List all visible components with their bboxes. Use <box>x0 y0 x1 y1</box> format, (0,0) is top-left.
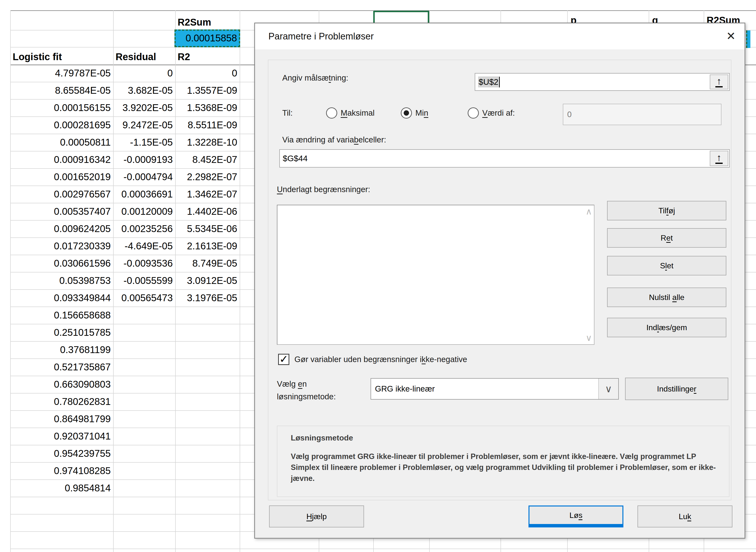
radio-vaerdi-af-label: Værdi af: <box>482 107 515 119</box>
sheet-cell[interactable]: 3.0912E-05 <box>175 272 240 289</box>
value-of-input[interactable]: 0 <box>563 104 722 125</box>
sheet-cell[interactable]: 0.002976567 <box>10 185 113 203</box>
sheet-cell[interactable]: 8.749E-05 <box>175 255 240 272</box>
add-button[interactable]: Tilføj <box>607 201 726 220</box>
sheet-cell[interactable]: 4.79787E-05 <box>10 64 113 82</box>
variable-cells-label: Via ændring af variabelceller: <box>282 133 386 146</box>
sheet-cell[interactable]: 0.000281695 <box>10 116 113 134</box>
sheet-cell[interactable]: -1.15E-05 <box>113 134 175 151</box>
sheet-cell[interactable]: 0 <box>113 64 175 82</box>
sheet-cell[interactable]: -0.0093536 <box>113 255 175 272</box>
selected-cell[interactable]: 0.00015858 <box>174 29 240 47</box>
help-button[interactable]: Hjælp <box>269 506 364 527</box>
sheet-cell[interactable]: 3.9202E-05 <box>113 99 175 116</box>
options-button[interactable]: Indstillinger <box>625 378 728 400</box>
sheet-cell[interactable]: 0.005357407 <box>10 203 113 220</box>
sheet-cell[interactable]: 0.974108285 <box>10 462 113 479</box>
sheet-cell-r2-header[interactable]: R2 <box>175 47 240 64</box>
load-save-button[interactable]: Indlæs/gem <box>607 318 726 337</box>
radio-vaerdi-af[interactable] <box>468 107 479 119</box>
sheet-cell[interactable]: 8.452E-07 <box>175 151 240 168</box>
sheet-cell[interactable]: 0.001652019 <box>10 168 113 185</box>
sheet-cell[interactable]: 0.00036691 <box>113 185 175 203</box>
dialog-title: Parametre i Problemløser <box>268 23 374 49</box>
sheet-cell[interactable]: 3.682E-05 <box>113 82 175 99</box>
sheet-cell[interactable]: 0.156658688 <box>10 306 113 324</box>
method-dropdown[interactable]: GRG ikke-lineær ∨ <box>371 378 619 400</box>
constraints-listbox[interactable]: ∧ ∨ <box>277 205 594 345</box>
sheet-cell[interactable]: 0.9854814 <box>10 479 113 497</box>
sheet-cell[interactable]: 0.017230339 <box>10 237 113 255</box>
close-icon[interactable]: ✕ <box>724 29 738 43</box>
method-dropdown-value: GRG ikke-lineær <box>375 379 435 399</box>
sheet-cell[interactable]: -0.0055599 <box>113 272 175 289</box>
objective-label: Angiv målsætning: <box>282 72 348 84</box>
sheet-cell[interactable]: 0.009624205 <box>10 220 113 237</box>
sheet-cell[interactable]: 0.37681199 <box>10 341 113 359</box>
sheet-cell[interactable]: 0.000156155 <box>10 99 113 116</box>
objective-input[interactable]: $U$2 ↑ <box>475 73 730 91</box>
solve-button[interactable]: Løs <box>529 506 623 527</box>
sheet-cell[interactable]: 0.00565473 <box>113 289 175 306</box>
range-selector-button[interactable]: ↑ <box>710 75 728 89</box>
sheet-cell[interactable]: 0.251015785 <box>10 324 113 341</box>
dialog-titlebar[interactable]: Parametre i Problemløser ✕ <box>255 23 745 49</box>
sheet-cell[interactable]: 8.65584E-05 <box>10 82 113 99</box>
sheet-cell-residual-header[interactable]: Residual <box>113 47 175 64</box>
sheet-cell[interactable]: 0.000916342 <box>10 151 113 168</box>
sheet-cell[interactable]: 0.030661596 <box>10 255 113 272</box>
highlighted-cell-sliver <box>746 30 750 48</box>
objective-input-text: $U$2 <box>478 74 500 90</box>
sheet-cell[interactable]: 9.2472E-05 <box>113 116 175 134</box>
sheet-cell[interactable]: 0.663090803 <box>10 376 113 393</box>
sheet-cell[interactable]: 0.920371041 <box>10 428 113 445</box>
sheet-cell[interactable]: 0.00235256 <box>113 220 175 237</box>
sheet-cell[interactable]: -0.0004794 <box>113 168 175 185</box>
radio-min-label: Min <box>415 107 428 119</box>
sheet-cell[interactable]: 8.5511E-09 <box>175 116 240 134</box>
radio-min[interactable] <box>401 107 412 119</box>
constraints-label: Underlagt begrænsninger: <box>277 183 370 196</box>
sheet-cell-r2sum-header[interactable]: R2Sum <box>175 10 240 30</box>
sheet-cell[interactable]: 1.4402E-06 <box>175 203 240 220</box>
sheet-cell[interactable]: 0.00050811 <box>10 134 113 151</box>
sheet-cell[interactable]: 0.00120009 <box>113 203 175 220</box>
solver-method-description: Vælg programmet GRG ikke-lineær til prob… <box>291 451 717 484</box>
to-label: Til: <box>282 107 293 119</box>
reset-all-button[interactable]: Nulstil alle <box>607 288 726 307</box>
scrollbar-up-icon[interactable]: ∧ <box>586 207 592 216</box>
grid-line <box>10 549 756 549</box>
sheet-cell[interactable]: 5.5345E-06 <box>175 220 240 237</box>
sheet-cell[interactable]: 2.2982E-07 <box>175 168 240 185</box>
non-negative-checkbox-label: Gør variabler uden begrænsninger ikke-ne… <box>295 353 467 366</box>
sheet-cell[interactable]: 0.780262831 <box>10 393 113 410</box>
sheet-cell[interactable]: -4.649E-05 <box>113 237 175 255</box>
sheet-cell[interactable]: 0.864981799 <box>10 410 113 428</box>
radio-maksimal[interactable] <box>326 107 337 119</box>
sheet-cell[interactable]: 0.093349844 <box>10 289 113 306</box>
solver-method-groupbox: Løsningsmetode Vælg programmet GRG ikke-… <box>277 426 730 497</box>
close-button[interactable]: Luk <box>637 506 732 527</box>
sheet-cell[interactable]: 1.3462E-07 <box>175 185 240 203</box>
sheet-cell[interactable]: 0.521735867 <box>10 359 113 376</box>
delete-button[interactable]: Slet <box>607 256 726 275</box>
non-negative-checkbox[interactable]: ✓ <box>278 354 289 365</box>
sheet-cell[interactable]: 3.1976E-05 <box>175 289 240 306</box>
sheet-cell-logistic-header[interactable]: Logistic fit <box>10 47 113 64</box>
sheet-cell[interactable]: 1.5368E-09 <box>175 99 240 116</box>
sheet-cell[interactable]: 1.3557E-09 <box>175 82 240 99</box>
scrollbar-down-icon[interactable]: ∨ <box>586 333 592 342</box>
range-selector-button[interactable]: ↑ <box>710 151 728 166</box>
sheet-cell[interactable]: 0 <box>175 64 240 82</box>
sheet-cell[interactable]: 2.1613E-09 <box>175 237 240 255</box>
sheet-cell[interactable]: 0.05398753 <box>10 272 113 289</box>
chevron-down-icon[interactable]: ∨ <box>598 379 618 399</box>
collapse-arrow-icon: ↑ <box>717 77 722 86</box>
variable-cells-input[interactable]: $G$44 ↑ <box>279 149 730 167</box>
radio-dot <box>404 110 409 116</box>
change-button[interactable]: Ret <box>607 228 726 248</box>
sheet-cell[interactable]: -0.0009193 <box>113 151 175 168</box>
check-icon: ✓ <box>279 355 289 364</box>
sheet-cell[interactable]: 0.954239755 <box>10 445 113 462</box>
sheet-cell[interactable]: 1.3228E-10 <box>175 134 240 151</box>
